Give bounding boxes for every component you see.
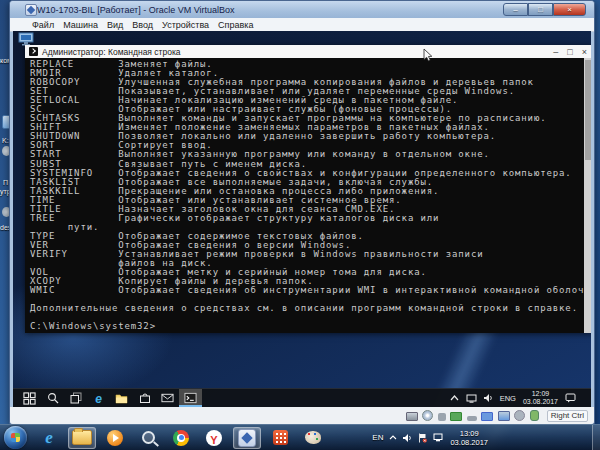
network-icon[interactable]: [466, 394, 477, 403]
host-taskbar-search-tool-button[interactable]: [134, 427, 162, 449]
host-language-indicator[interactable]: EN: [372, 433, 383, 442]
vm-taskbar-file-explorer-icon[interactable]: [110, 389, 133, 407]
usb-status-icon[interactable]: [467, 416, 477, 421]
vm-language-indicator[interactable]: ENG: [500, 394, 516, 403]
mouse-cursor: [423, 48, 433, 66]
ie-icon: [45, 428, 53, 448]
vm-taskbar-task-view-icon[interactable]: [64, 389, 87, 407]
network-status-icon[interactable]: [450, 412, 462, 421]
menu-item[interactable]: Ввод: [132, 20, 153, 30]
audio-status-icon[interactable]: [438, 413, 446, 421]
optical-disk-status-icon[interactable]: [422, 410, 433, 421]
minimize-button[interactable]: –: [503, 3, 528, 16]
virtualbox-menubar: ФайлМашинаВидВводУстройстваСправка: [10, 18, 594, 32]
host-taskbar-wmp-button[interactable]: [101, 427, 129, 449]
cmd-window-title: Администратор: Командная строка: [42, 47, 181, 57]
virtualbox-app-icon: [25, 4, 37, 16]
virtualbox-window-title: W10-1703-BIL [Работает] - Oracle VM Virt…: [37, 5, 235, 15]
host-taskbar-chrome-button[interactable]: [167, 427, 195, 449]
start-button[interactable]: [4, 426, 27, 449]
action-center-icon[interactable]: [565, 393, 576, 403]
menu-item[interactable]: Машина: [63, 20, 98, 30]
volume-icon[interactable]: [403, 434, 412, 442]
search-tool-icon: [142, 431, 155, 444]
host-taskbar: EN 13:09 03.08.2017: [0, 424, 600, 450]
action-center-flag-icon[interactable]: [418, 433, 427, 443]
vm-system-tray: ENG 12:09 03.08.2017: [450, 390, 591, 407]
hdd-status-icon[interactable]: [406, 412, 418, 421]
chrome-icon: [173, 430, 189, 446]
host-taskbar-grid-app-button[interactable]: [266, 427, 294, 449]
paint-icon: [305, 431, 321, 444]
host-taskbar-yandex-browser-button[interactable]: [200, 427, 228, 449]
vm-taskbar: e ENG 12:09 03.08.2017: [13, 388, 591, 407]
vm-taskbar-search-icon[interactable]: [41, 389, 64, 407]
virtualbox-window: W10-1703-BIL [Работает] - Oracle VM Virt…: [9, 0, 595, 425]
vm-clock[interactable]: 12:09 03.08.2017: [523, 390, 558, 407]
console-output: REPLACE Заменяет файлы. RMDIR Удаляет ка…: [30, 60, 591, 331]
svg-text:e: e: [95, 392, 102, 405]
mouse-integration-status-icon[interactable]: [530, 410, 539, 421]
network-icon[interactable]: [433, 433, 444, 442]
virtualbox-titlebar[interactable]: W10-1703-BIL [Работает] - Oracle VM Virt…: [10, 1, 594, 18]
menu-item[interactable]: Справка: [218, 20, 253, 30]
vm-taskbar-mail-icon[interactable]: [156, 389, 179, 407]
menu-item[interactable]: Вид: [107, 20, 123, 30]
cmd-titlebar[interactable]: Администратор: Командная строка – □ ×: [25, 45, 591, 58]
tray-chevron-up-icon[interactable]: [389, 435, 397, 440]
vm-taskbar-cmd-icon[interactable]: [179, 389, 202, 407]
cmd-window: Администратор: Командная строка – □ × RE…: [25, 45, 591, 333]
grid-app-icon: [273, 430, 288, 445]
host-system-tray: EN 13:09 03.08.2017: [372, 429, 488, 447]
cmd-console[interactable]: REPLACE Заменяет файлы. RMDIR Удаляет ка…: [25, 58, 591, 333]
cmd-prompt-icon: [29, 47, 38, 56]
wmp-icon: [107, 430, 123, 446]
host-key-label: Right Ctrl: [547, 410, 588, 422]
yandex-browser-icon: [206, 430, 222, 446]
host-clock[interactable]: 13:09 03.08.2017: [450, 429, 488, 447]
virtualbox-icon: [238, 429, 256, 447]
host-taskbar-paint-button[interactable]: [299, 427, 327, 449]
tray-chevron-up-icon[interactable]: [450, 395, 459, 401]
vm-screen: Администратор: Командная строка – □ × RE…: [13, 31, 591, 407]
menu-item[interactable]: Устройства: [162, 20, 209, 30]
host-desktop: комK:Путрdes W10-1703-BIL [Работает] - O…: [0, 0, 600, 450]
menu-item[interactable]: Файл: [32, 20, 54, 30]
file-explorer-icon: [72, 430, 92, 445]
show-desktop-button[interactable]: [592, 425, 600, 450]
vm-taskbar-start-icon[interactable]: [18, 389, 41, 407]
cmd-close-button[interactable]: ×: [582, 47, 587, 57]
maximize-button[interactable]: □: [528, 3, 553, 16]
vm-taskbar-store-icon[interactable]: [133, 389, 156, 407]
host-taskbar-file-explorer-button[interactable]: [68, 427, 96, 449]
cmd-maximize-button[interactable]: □: [567, 47, 572, 57]
virtualbox-statusbar: Right Ctrl: [10, 407, 594, 424]
vm-taskbar-edge-icon[interactable]: e: [87, 389, 110, 407]
video-capture-status-icon[interactable]: [514, 410, 525, 421]
shared-folders-status-icon[interactable]: [481, 412, 493, 421]
host-desktop-icon-label: П: [3, 179, 8, 186]
host-taskbar-ie-button[interactable]: [35, 427, 63, 449]
close-button[interactable]: ×: [553, 3, 586, 16]
host-desktop-icon-label: K:: [2, 137, 9, 144]
cmd-scrollbar[interactable]: [584, 58, 591, 333]
display-status-icon[interactable]: [498, 411, 510, 421]
cmd-scrollbar-thumb[interactable]: [585, 60, 591, 160]
volume-icon[interactable]: [484, 394, 493, 402]
host-taskbar-virtualbox-button[interactable]: [233, 427, 261, 449]
cmd-minimize-button[interactable]: –: [553, 47, 558, 57]
